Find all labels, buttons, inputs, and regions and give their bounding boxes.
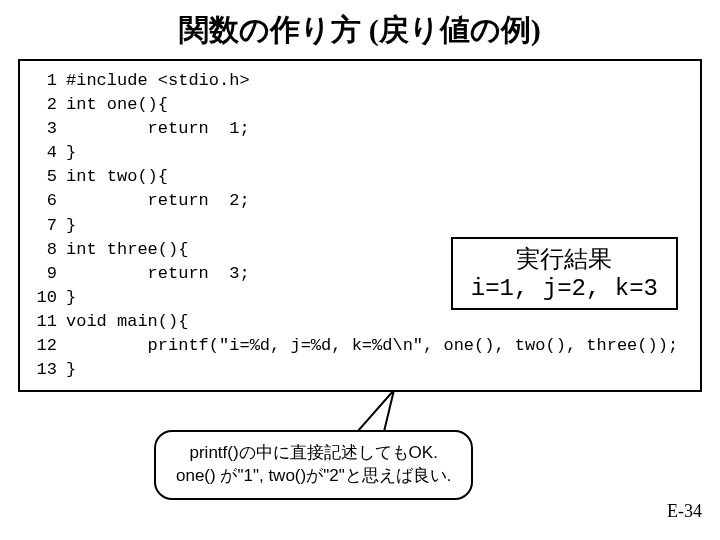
line-number: 10 (30, 286, 65, 310)
line-number: 5 (30, 165, 65, 189)
line-code: return 2; (65, 189, 679, 213)
result-title: 実行結果 (471, 243, 658, 275)
line-number: 8 (30, 238, 65, 262)
page-number: E-34 (667, 501, 702, 522)
callout-box: printf()の中に直接記述してもOK. one() が"1", two()が… (154, 430, 473, 500)
line-code: void main(){ (65, 310, 679, 334)
line-code: } (65, 214, 679, 238)
code-line: 5int two(){ (30, 165, 679, 189)
line-number: 7 (30, 214, 65, 238)
code-line: 11void main(){ (30, 310, 679, 334)
code-line: 4} (30, 141, 679, 165)
code-line: 3 return 1; (30, 117, 679, 141)
code-line: 7} (30, 214, 679, 238)
line-code: #include <stdio.h> (65, 69, 679, 93)
callout-line2: one() が"1", two()が"2"と思えば良い. (176, 465, 451, 488)
line-number: 3 (30, 117, 65, 141)
code-listing: 1#include <stdio.h>2int one(){3 return 1… (30, 69, 679, 382)
code-line: 12 printf("i=%d, j=%d, k=%d\n", one(), t… (30, 334, 679, 358)
line-code: int two(){ (65, 165, 679, 189)
callout-line1: printf()の中に直接記述してもOK. (176, 442, 451, 465)
line-number: 13 (30, 358, 65, 382)
code-box: 1#include <stdio.h>2int one(){3 return 1… (18, 59, 702, 392)
line-code: return 1; (65, 117, 679, 141)
line-number: 11 (30, 310, 65, 334)
result-box: 実行結果 i=1, j=2, k=3 (451, 237, 678, 310)
line-number: 4 (30, 141, 65, 165)
code-line: 13} (30, 358, 679, 382)
line-number: 1 (30, 69, 65, 93)
code-line: 6 return 2; (30, 189, 679, 213)
line-code: } (65, 358, 679, 382)
code-line: 1#include <stdio.h> (30, 69, 679, 93)
line-code: int one(){ (65, 93, 679, 117)
code-line: 2int one(){ (30, 93, 679, 117)
line-number: 9 (30, 262, 65, 286)
line-number: 6 (30, 189, 65, 213)
line-number: 2 (30, 93, 65, 117)
result-text: i=1, j=2, k=3 (471, 275, 658, 302)
slide-title: 関数の作り方 (戻り値の例) (0, 10, 720, 51)
line-number: 12 (30, 334, 65, 358)
line-code: } (65, 141, 679, 165)
line-code: printf("i=%d, j=%d, k=%d\n", one(), two(… (65, 334, 679, 358)
